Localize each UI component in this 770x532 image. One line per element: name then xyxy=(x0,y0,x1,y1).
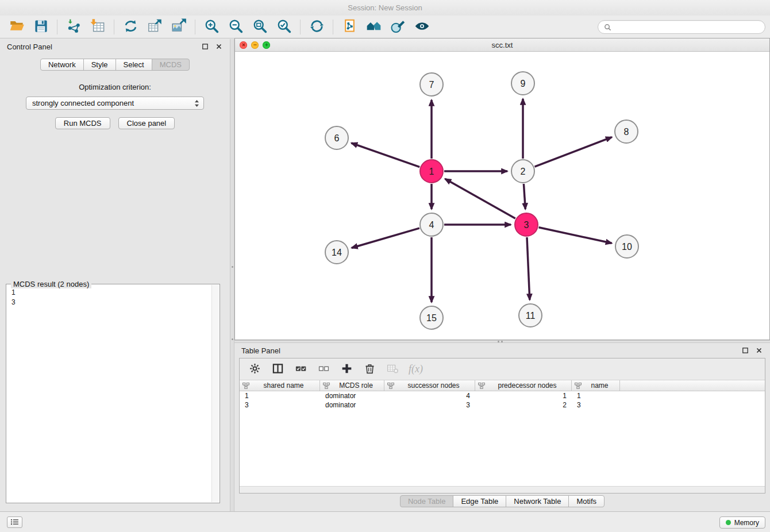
edge-3-11[interactable] xyxy=(527,237,530,300)
first-neighbors-button[interactable] xyxy=(118,17,143,37)
node-11[interactable]: 11 xyxy=(519,304,542,327)
tab-style[interactable]: Style xyxy=(83,59,116,71)
close-icon xyxy=(756,348,762,353)
show-columns-button[interactable] xyxy=(267,360,288,379)
optimization-label: Optimization criterion: xyxy=(0,83,230,91)
float-table-panel-button[interactable] xyxy=(741,346,749,354)
column-header-mcds-role[interactable]: MCDS role xyxy=(320,380,384,391)
zoom-fit-button[interactable] xyxy=(248,17,272,37)
table-row[interactable]: 1dominator411 xyxy=(240,391,765,400)
zoom-in-button[interactable] xyxy=(199,17,224,37)
column-header-name[interactable]: name xyxy=(572,380,620,391)
close-control-panel-button[interactable] xyxy=(215,43,223,51)
window-title: Session: New Session xyxy=(348,3,422,12)
node-2[interactable]: 2 xyxy=(511,160,534,183)
cell-predecessor-nodes: 2 xyxy=(475,400,572,410)
delete-column-button[interactable] xyxy=(359,360,380,379)
network-canvas[interactable]: 7968124314101511 xyxy=(235,52,769,340)
column-header-predecessor-nodes[interactable]: predecessor nodes xyxy=(475,380,572,391)
close-panel-button[interactable]: Close panel xyxy=(118,117,175,129)
node-1[interactable]: 1 xyxy=(420,160,443,183)
column-header-successor-nodes[interactable]: successor nodes xyxy=(384,380,475,391)
node-7[interactable]: 7 xyxy=(420,73,443,96)
copy-network-icon xyxy=(342,18,357,36)
save-session-button[interactable] xyxy=(29,17,53,37)
export-image-button[interactable] xyxy=(167,17,191,37)
zoom-window-button[interactable] xyxy=(263,41,270,49)
edge-2-3[interactable] xyxy=(523,184,525,209)
import-network-button[interactable] xyxy=(61,17,86,37)
node-10[interactable]: 10 xyxy=(615,235,638,258)
network-overview-button[interactable] xyxy=(361,17,386,37)
search-icon xyxy=(604,24,615,31)
table-scrollbar[interactable] xyxy=(240,486,765,493)
tab-mcds[interactable]: MCDS xyxy=(152,59,190,71)
network-graph-svg[interactable]: 7968124314101511 xyxy=(235,52,769,340)
select-all-button[interactable] xyxy=(290,360,311,379)
maximize-icon xyxy=(264,43,269,47)
search-input[interactable] xyxy=(615,21,759,33)
copy-network-button[interactable] xyxy=(337,17,361,37)
control-panel: Control Panel NetworkStyleSelectMCDS Opt… xyxy=(0,39,230,511)
node-8[interactable]: 8 xyxy=(615,120,638,143)
table-row[interactable]: 3dominator323 xyxy=(240,400,765,410)
close-table-panel-button[interactable] xyxy=(755,346,763,354)
network-view-title: scc.txt xyxy=(235,41,769,49)
import-table-button[interactable] xyxy=(86,17,110,37)
svg-text:14: 14 xyxy=(332,248,342,257)
tab-select[interactable]: Select xyxy=(116,59,152,71)
run-mcds-button[interactable]: Run MCDS xyxy=(55,117,110,129)
delete-column-icon xyxy=(364,363,376,376)
import-table-icon xyxy=(90,18,106,36)
edge-3-1[interactable] xyxy=(445,179,515,218)
zoom-fit-icon xyxy=(252,18,268,36)
edge-4-14[interactable] xyxy=(352,228,419,248)
node-15[interactable]: 15 xyxy=(420,306,443,329)
zoom-selected-button[interactable] xyxy=(272,17,296,37)
zoom-out-button[interactable] xyxy=(224,17,248,37)
svg-text:2: 2 xyxy=(521,167,526,176)
function-builder-icon: f(x) xyxy=(409,363,423,375)
tab-motifs[interactable]: Motifs xyxy=(568,495,605,507)
memory-button[interactable]: Memory xyxy=(719,516,765,529)
edge-3-10[interactable] xyxy=(539,228,612,244)
tab-network[interactable]: Network xyxy=(40,59,84,71)
tab-network-table[interactable]: Network Table xyxy=(506,495,569,507)
show-hide-button[interactable] xyxy=(410,17,434,37)
float-control-panel-button[interactable] xyxy=(201,43,209,51)
criterion-select[interactable]: strongly connected component xyxy=(26,97,204,110)
close-window-button[interactable] xyxy=(240,41,247,49)
result-scrollbar[interactable] xyxy=(211,285,219,502)
column-tree-icon xyxy=(575,383,582,389)
add-column-icon xyxy=(341,363,353,376)
settings-gear-button[interactable] xyxy=(244,360,265,379)
open-file-button[interactable] xyxy=(5,17,29,37)
toolbar-separator xyxy=(300,20,301,34)
edge-1-6[interactable] xyxy=(352,143,420,167)
refresh-button[interactable] xyxy=(305,17,329,37)
main-toolbar xyxy=(0,16,770,38)
open-file-icon xyxy=(9,18,25,36)
mcds-result-line: 3 xyxy=(11,298,214,307)
function-builder-button: f(x) xyxy=(405,360,426,379)
node-3[interactable]: 3 xyxy=(515,213,538,236)
add-column-button[interactable] xyxy=(336,360,357,379)
node-4[interactable]: 4 xyxy=(420,213,443,236)
cell-mcds-role: dominator xyxy=(320,391,384,400)
export-table-button[interactable] xyxy=(143,17,167,37)
table-panel-header: Table Panel xyxy=(234,343,770,358)
status-list-button[interactable] xyxy=(7,516,22,528)
tab-edge-table[interactable]: Edge Table xyxy=(453,495,506,507)
minimize-window-button[interactable] xyxy=(251,41,259,49)
column-header-shared-name[interactable]: shared name xyxy=(240,380,320,391)
search-box[interactable] xyxy=(598,20,765,34)
tab-node-table[interactable]: Node Table xyxy=(400,495,454,507)
edge-2-8[interactable] xyxy=(535,137,612,167)
node-14[interactable]: 14 xyxy=(325,241,348,264)
splitter-grip xyxy=(232,338,233,340)
node-6[interactable]: 6 xyxy=(325,126,348,149)
vertical-splitter[interactable] xyxy=(230,39,234,511)
apply-style-button[interactable] xyxy=(386,17,410,37)
deselect-all-button[interactable] xyxy=(313,360,334,379)
node-9[interactable]: 9 xyxy=(511,72,534,95)
